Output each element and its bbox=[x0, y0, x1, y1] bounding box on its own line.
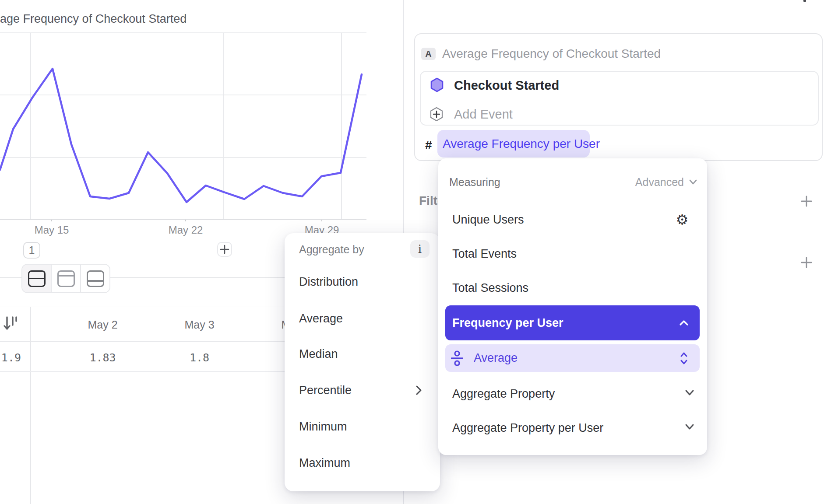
menu-item-minimum[interactable]: Minimum bbox=[299, 418, 426, 435]
menu-item-total-sessions[interactable]: Total Sessions bbox=[452, 279, 627, 297]
table-cell: 1.8 bbox=[151, 351, 248, 363]
metric-card: A Average Frequency of Checkout Started … bbox=[414, 33, 823, 161]
average-aggregation-icon bbox=[451, 350, 463, 366]
view-toggle-chart[interactable] bbox=[52, 265, 81, 292]
table-column-divider bbox=[30, 307, 31, 504]
menu-item-aggregate-property[interactable]: Aggregate Property bbox=[452, 385, 662, 402]
series-number-badge[interactable]: 1 bbox=[23, 242, 40, 259]
aggregation-dropdown[interactable]: Average Frequency per User bbox=[437, 130, 590, 158]
chevron-up-icon bbox=[679, 319, 689, 326]
event-hexagon-icon bbox=[430, 77, 444, 92]
chart-view-icon bbox=[57, 270, 75, 287]
sort-icon[interactable] bbox=[4, 316, 18, 332]
split-view-icon bbox=[28, 270, 46, 287]
sub-item-label: Average bbox=[474, 351, 680, 365]
menu-item-median[interactable]: Median bbox=[299, 345, 426, 363]
table-header-cell[interactable]: May 2 bbox=[54, 318, 151, 331]
plus-icon bbox=[219, 244, 230, 255]
menu-item-distribution[interactable]: Distribution bbox=[299, 273, 426, 290]
table-view-icon bbox=[87, 270, 104, 287]
menu-item-frequency-per-user[interactable]: Frequency per User bbox=[445, 305, 700, 340]
advanced-label: Advanced bbox=[635, 176, 684, 189]
add-filter-button[interactable] bbox=[800, 195, 813, 207]
menu-item-aggregate-property-per-user[interactable]: Aggregate Property per User bbox=[452, 419, 662, 437]
event-card: Checkout Started Add Event bbox=[420, 71, 819, 126]
view-toggle-group bbox=[21, 264, 110, 293]
up-down-chevrons-icon bbox=[680, 351, 688, 365]
chevron-down-icon bbox=[688, 178, 698, 186]
metrics-section-title: Metrics bbox=[419, 0, 471, 3]
metric-letter-badge: A bbox=[421, 48, 436, 60]
add-event-icon bbox=[430, 107, 444, 122]
menu-item-percentile[interactable]: Percentile bbox=[299, 382, 426, 399]
measuring-title: Measuring bbox=[449, 173, 546, 191]
info-button[interactable]: i bbox=[410, 240, 430, 258]
filter-section-title: Filter bbox=[419, 194, 439, 210]
event-name[interactable]: Checkout Started bbox=[454, 77, 559, 94]
x-axis-label: May 15 bbox=[25, 224, 78, 236]
selected-item-label: Frequency per User bbox=[452, 316, 679, 330]
gear-icon[interactable]: ⚙ bbox=[675, 212, 690, 227]
info-icon: i bbox=[418, 242, 422, 256]
menu-item-total-events[interactable]: Total Events bbox=[452, 245, 627, 262]
table-header-cell[interactable]: May 3 bbox=[151, 318, 248, 331]
advanced-dropdown[interactable]: Advanced bbox=[635, 173, 698, 191]
aggregate-by-popup: Aggregate by i Distribution Average Medi… bbox=[285, 233, 440, 491]
menu-item-unique-users[interactable]: Unique Users bbox=[452, 211, 627, 228]
chevron-right-icon bbox=[415, 385, 423, 396]
aggregation-dropdown-label: Average Frequency per User bbox=[443, 137, 600, 151]
add-event-button[interactable]: Add Event bbox=[454, 106, 513, 122]
chart-title: age Frequency of Checkout Started bbox=[0, 12, 263, 27]
x-axis-label: May 22 bbox=[159, 224, 212, 236]
view-toggle-split[interactable] bbox=[22, 265, 52, 292]
table-cell: 1.9 bbox=[0, 351, 21, 364]
measuring-popup: Measuring Advanced Unique Users ⚙ Total … bbox=[438, 158, 707, 455]
hash-symbol: # bbox=[425, 138, 432, 152]
aggregate-by-title: Aggregate by bbox=[299, 241, 387, 258]
menu-item-average[interactable]: Average bbox=[299, 310, 426, 327]
menu-item-maximum[interactable]: Maximum bbox=[299, 454, 426, 472]
sub-item-average-selector[interactable]: Average bbox=[445, 344, 700, 372]
chevron-down-icon bbox=[684, 423, 695, 431]
add-series-button[interactable] bbox=[217, 242, 232, 257]
line-chart bbox=[0, 26, 368, 221]
add-breakdown-button[interactable] bbox=[800, 256, 813, 269]
chevron-down-icon bbox=[684, 389, 695, 397]
metric-name[interactable]: Average Frequency of Checkout Started bbox=[442, 46, 661, 62]
table-cell: 1.83 bbox=[54, 351, 151, 363]
view-toggle-table[interactable] bbox=[81, 265, 109, 292]
clipped-icon-fragment bbox=[803, 0, 806, 2]
